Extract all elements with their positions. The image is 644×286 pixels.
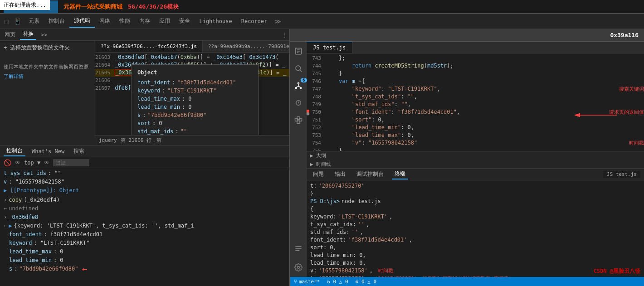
tab-performance[interactable]: 性能 — [115, 15, 135, 27]
sources-sidebar: + 选择放置替换项的文件夹 使用本地文件夹中的文件替换网页资源 了解详情 — [0, 41, 95, 145]
console-sub-lead-max: lead_time_max: 0 — [4, 247, 286, 256]
tooltip-item-lead-max: lead_time_max: 0 — [137, 95, 253, 103]
status-branch[interactable]: ⑂ master* — [294, 279, 320, 285]
svg-point-7 — [295, 87, 297, 89]
tooltip-item-font: font_ident: "f38f71d5d4e4cd01" — [137, 78, 253, 87]
sub-tab-more[interactable]: >> — [38, 31, 50, 39]
tab-elements[interactable]: 元素 — [24, 15, 44, 27]
tree-item-learn[interactable]: 了解详情 — [0, 72, 95, 81]
content-split: 网页 替换 >> ⋮ + 选择放置替换项的文件夹 使用本地文件夹中的文件替换网页… — [0, 29, 644, 286]
sources-menu-icon[interactable]: ⋮ — [281, 31, 288, 39]
sync-text: ↻ 0 △ 0 — [327, 279, 348, 285]
tab-lighthouse[interactable]: Lighthouse — [195, 16, 236, 27]
vscode-title-bar: 0x39a116 — [290, 29, 644, 42]
tab-console[interactable]: 控制台 — [44, 15, 69, 27]
sub-tab-replace[interactable]: 替换 — [20, 29, 36, 40]
breakpoint-dot: ● — [307, 110, 309, 113]
tab-network[interactable]: 网络 — [95, 15, 115, 27]
vsc-icon-debug[interactable] — [293, 97, 304, 109]
svg-point-8 — [300, 87, 301, 89]
cstab-search[interactable]: 搜索 — [71, 146, 87, 156]
vsc-line-755: 755 } — [307, 147, 644, 151]
devtools-icon-inspect[interactable]: ⬚ — [2, 18, 11, 25]
console-line-obj-cmd: › _0x36dfe8 — [4, 213, 286, 222]
code-editor-sources: 21603 _0x36dfe8[_0x4bac87(0x6ba)] = _0xc… — [95, 53, 289, 135]
tree-item-add-folder[interactable]: + 选择放置替换项的文件夹 — [0, 43, 95, 53]
timeline-label[interactable]: ▶ 时间线 — [310, 161, 331, 168]
sources-sub-tabs: 网页 替换 >> ⋮ — [0, 29, 289, 41]
vsc-line-746: 746 var m ={ — [307, 78, 644, 85]
term-line-font: font_ident: 'f38f71d5d4e4cd01', — [310, 236, 640, 244]
console-line-v: v: "1655798042158" — [4, 178, 286, 186]
vsc-icon-git[interactable]: 6 — [293, 80, 304, 92]
console-line-obj-val: ← ▶ {keyword: 'LTST-C191KRKT', t_sys_cat… — [4, 222, 194, 230]
status-sync[interactable]: ↻ 0 △ 0 — [327, 279, 348, 285]
outline-label[interactable]: ▶ 大纲 — [310, 152, 326, 159]
csdn-watermark: CSDN @黑脸丑八怪 — [594, 267, 640, 275]
vsc-icon-outline[interactable] — [293, 242, 304, 254]
vscode-main-area: 6 — [290, 42, 644, 277]
vtab-problems[interactable]: 问题 — [310, 170, 327, 179]
vsc-line-745: 745 } — [307, 70, 644, 78]
website-bar: 元器件一站式采购商城 5G/4G/3G/2G模块 正在处理请求... — [0, 0, 644, 14]
tooltip-item-lead-min: lead_time_min: 0 — [137, 103, 253, 111]
vsc-icon-files[interactable] — [293, 45, 304, 57]
console-line-proto: ▶ [[Prototype]]: Object — [4, 186, 286, 195]
vsc-icon-settings[interactable] — [293, 262, 304, 273]
vscode-file-tab[interactable]: JS test.js — [307, 42, 352, 53]
vtab-debug-console[interactable]: 调试控制台 — [354, 170, 386, 179]
vscode-timeline-bar: ▶ 时间线 — [307, 160, 644, 168]
vscode-terminal-content: t: '206974755270' } PS D:\js> node test.… — [307, 180, 644, 277]
vscode-code-main: JS test.js 743 }; 744 return createMD5St… — [307, 42, 644, 277]
term-line-ps-node: PS D:\js> node test.js — [310, 198, 640, 205]
cstab-whatsnew[interactable]: What's New — [29, 147, 67, 155]
file-tab-2[interactable]: ??a-99ead99b9a.....-798691e2ce.js — [203, 41, 289, 52]
annotation-keyword: 搜索关键词 — [619, 85, 644, 93]
terminal-file-indicator[interactable]: JS test.js — [603, 171, 640, 178]
tooltip-item-s: s: "7bdd9b42e66f9d80" — [137, 111, 253, 119]
console-eye2-icon: 👁 — [44, 160, 49, 166]
vsc-line-754: 754 "v": "1655798042158" 时间戳 — [307, 139, 644, 147]
vscode-terminal: 问题 输出 调试控制台 终端 JS test.js t: '2069747552… — [307, 168, 644, 277]
devtools-icon-device[interactable]: 📱 — [11, 18, 24, 25]
vtab-output[interactable]: 输出 — [332, 170, 348, 179]
console-sub-font: font_ident: f38f71d5d4e4cd01 — [4, 230, 286, 239]
tab-sources[interactable]: 源代码 — [69, 15, 95, 28]
devtools-bottom: 控制台 What's New 搜索 🚫 👁 top ▼ 👁 t_sys_cat_… — [0, 145, 289, 271]
vsc-line-749: 749 "std_maf_ids": "", — [307, 101, 644, 108]
vsc-icon-search[interactable] — [293, 63, 304, 74]
devtools-tabs-bar: ⬚ 📱 元素 控制台 源代码 网络 性能 内存 应用 安全 Lighthouse… — [0, 14, 644, 29]
tooltip-title: Object — [137, 68, 253, 77]
term-line-close1: } — [310, 190, 640, 198]
sources-code-view: ??x-96e539f706....-fcc56247f3.js ??a-99e… — [95, 41, 289, 145]
status-errors[interactable]: ⊗ 0 △ 0 — [356, 279, 376, 285]
svg-line-10 — [296, 87, 298, 87]
tab-security[interactable]: 安全 — [175, 15, 195, 27]
page-wrapper: 元器件一站式采购商城 5G/4G/3G/2G模块 正在处理请求... ⬚ 📱 元… — [0, 0, 644, 286]
tab-application[interactable]: 应用 — [155, 15, 175, 27]
file-tab-1[interactable]: ??x-96e539f706....-fcc56247f3.js — [95, 41, 203, 52]
term-line-t-sys: t_sys_cat_ids: '', — [310, 221, 640, 228]
svg-line-11 — [298, 87, 301, 87]
sources-status-bar: jquery 第 21606 行，第 — [95, 135, 289, 145]
vscode-title-right: 0x39a116 — [610, 32, 639, 39]
vtab-terminal[interactable]: 终端 — [392, 169, 408, 179]
vsc-line-744: 744 return createMD5String(md5str); — [307, 62, 644, 70]
tab-recorder[interactable]: Recorder — [237, 16, 272, 27]
console-clear-icon[interactable]: 🚫 — [4, 159, 11, 166]
console-sub-keyword: keyword: "LTST-C191KRKT" — [4, 239, 286, 247]
vsc-line-748: 748 "t_sys_cat_ids": "", — [307, 93, 644, 101]
console-filter-input[interactable] — [53, 159, 89, 166]
vscode-terminal-tabs: 问题 输出 调试控制台 终端 JS test.js — [307, 169, 644, 180]
cstab-console[interactable]: 控制台 — [4, 146, 25, 156]
vsc-icon-extensions[interactable] — [293, 114, 304, 126]
term-line-t: t: '206974755270' — [310, 182, 640, 190]
console-level-select[interactable]: top ▼ — [24, 160, 40, 166]
website-title: 元器件一站式采购商城 — [63, 3, 122, 11]
git-badge: 6 — [301, 78, 307, 82]
tab-memory[interactable]: 内存 — [135, 15, 155, 27]
sub-tab-webpage[interactable]: 网页 — [2, 30, 18, 39]
branch-icon: ⑂ — [294, 279, 297, 285]
devtools-more-icon[interactable]: ≫ — [272, 18, 284, 25]
promo-text: 5G/4G/3G/2G模块 — [128, 3, 179, 11]
